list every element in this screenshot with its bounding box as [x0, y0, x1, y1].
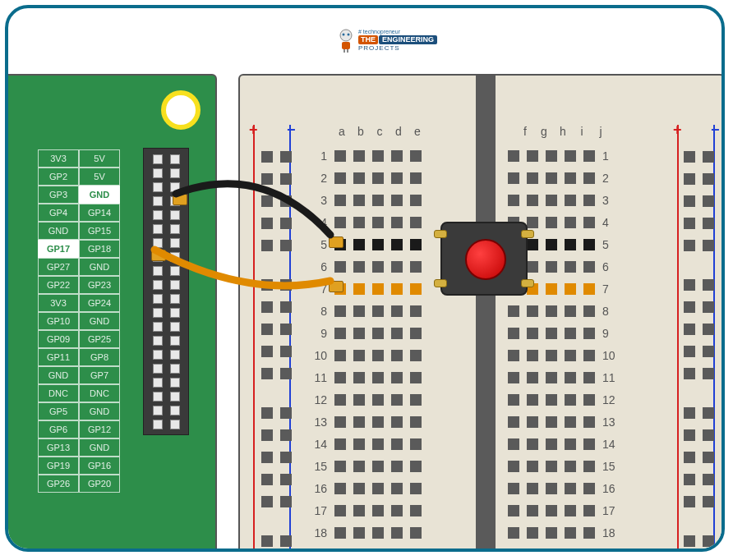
row-number: 12 [602, 393, 620, 406]
bb-tie-point [391, 394, 403, 406]
pin-label-gp11: GP11 [38, 348, 79, 366]
bb-row: 16 [309, 477, 422, 499]
bb-row: 15 [309, 455, 422, 477]
bb-tie-point [565, 217, 576, 228]
rail-tie-point [280, 301, 292, 313]
bb-tie-point [565, 305, 576, 317]
pin-label-gp14: GP14 [79, 204, 120, 222]
rail-tie-point [684, 346, 695, 357]
svg-point-1 [343, 34, 345, 36]
rail-tie-point [703, 474, 714, 485]
bb-tie-point [353, 217, 365, 228]
pin-label-5v: 5V [79, 149, 120, 168]
bb-tie-point [546, 527, 557, 539]
rail-tie-point [684, 496, 695, 507]
bb-tie-point [508, 150, 519, 162]
bb-tie-point [583, 549, 595, 553]
bb-tie-point [583, 505, 595, 516]
rail-tie-point [280, 407, 292, 419]
rail-tie-point [703, 368, 714, 379]
bb-tie-point [508, 416, 519, 428]
row-number: 6 [309, 260, 327, 273]
row-number: 4 [602, 216, 620, 229]
pushbutton [440, 222, 528, 296]
bb-tie-point [372, 195, 384, 206]
bb-tie-point [508, 527, 519, 539]
rail-tie-point [703, 452, 714, 463]
bb-tie-point [508, 172, 519, 184]
button-leg [434, 279, 447, 287]
row-number: 16 [309, 482, 327, 495]
bb-tie-point [508, 394, 519, 406]
col-label: g [538, 125, 550, 138]
bb-tie-point [334, 261, 346, 273]
bb-tie-point [391, 150, 403, 162]
bb-tie-point [583, 305, 595, 317]
header-pin [170, 182, 180, 192]
bb-tie-point [527, 438, 538, 450]
bb-tie-point [583, 394, 595, 406]
bb-tie-point [508, 461, 519, 472]
rail-tie-point [684, 151, 695, 163]
bb-tie-point [353, 505, 365, 516]
header-pin [170, 154, 180, 164]
header-pin [170, 294, 180, 304]
bb-tie-point [410, 172, 422, 184]
rail-tie-point [703, 496, 714, 507]
bb-tie-point [391, 483, 403, 494]
bb-row: 14 [508, 433, 620, 455]
bb-tie-point [410, 483, 422, 494]
pin-label-dnc: DNC [79, 384, 120, 402]
bb-tie-point [583, 283, 595, 295]
bb-tie-point [372, 239, 384, 250]
wire-terminal-a5 [329, 236, 343, 248]
bb-tie-point [583, 239, 595, 250]
header-pin [153, 168, 163, 178]
bb-tie-point [583, 483, 595, 494]
pin-label-gp7: GP7 [79, 366, 120, 384]
pin-label-gp3: GP3 [38, 186, 79, 204]
bb-tie-point [334, 505, 346, 516]
row-number: 13 [602, 415, 620, 429]
bb-row: 19 [309, 544, 422, 552]
bb-row: 12 [508, 388, 620, 411]
row-number: 8 [309, 305, 327, 318]
header-pin [170, 280, 180, 290]
row-number: 3 [309, 194, 327, 207]
pin-label-gp8: GP8 [79, 348, 120, 366]
power-rail-left [261, 151, 292, 552]
header-pin [170, 364, 180, 374]
bb-tie-point [334, 372, 346, 383]
row-number: 18 [602, 526, 620, 539]
bb-tie-point [527, 372, 538, 383]
pin-label-gp12: GP12 [79, 420, 120, 438]
rail-tie-point [684, 452, 695, 463]
bb-tie-point [565, 372, 576, 383]
bb-row: 4 [309, 211, 422, 233]
header-pin [170, 252, 180, 262]
bb-tie-point [353, 328, 365, 339]
rail-tie-point [684, 173, 695, 185]
pin-label-gp09: GP09 [38, 330, 79, 348]
col-label: f [519, 125, 531, 138]
header-pin [153, 196, 163, 206]
row-number: 12 [309, 393, 327, 406]
bb-tie-point [353, 350, 365, 361]
bb-tie-point [546, 195, 557, 206]
row-number: 10 [602, 349, 620, 362]
svg-point-2 [348, 34, 350, 36]
header-pin [153, 154, 163, 164]
bb-tie-point [391, 461, 403, 472]
rail-tie-point [703, 173, 714, 185]
rail-tie-point [684, 195, 695, 207]
header-pin [170, 378, 180, 388]
col-label: h [557, 125, 569, 138]
bb-row: 2 [309, 167, 422, 189]
header-pin [153, 224, 163, 234]
bb-tie-point [391, 527, 403, 539]
col-label: c [374, 125, 385, 138]
bb-row: 3 [309, 189, 422, 211]
bb-tie-point [410, 394, 422, 406]
pin-label-dnc: DNC [38, 384, 79, 402]
pin-label-3v3: 3V3 [38, 149, 79, 168]
